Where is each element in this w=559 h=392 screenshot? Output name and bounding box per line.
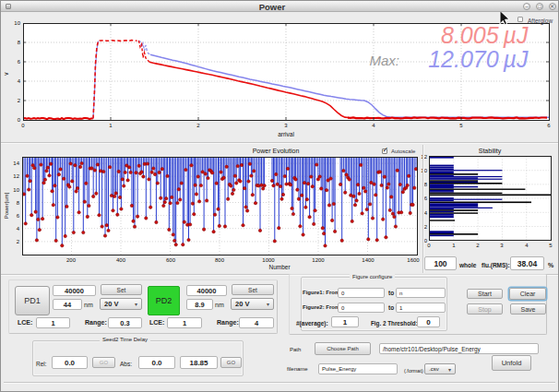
- svg-text:8: 8: [18, 40, 21, 45]
- svg-text:200: 200: [66, 257, 77, 263]
- svg-text:600: 600: [166, 257, 176, 263]
- svg-text:6: 6: [18, 59, 21, 65]
- svg-text:4: 4: [372, 123, 375, 128]
- svg-text:3: 3: [284, 123, 288, 128]
- svg-text:2: 2: [18, 98, 21, 103]
- svg-text:5: 5: [549, 243, 553, 248]
- svg-text:1600: 1600: [407, 257, 420, 263]
- svg-text:0: 0: [21, 123, 25, 128]
- svg-text:Power Evolution: Power Evolution: [253, 148, 300, 154]
- svg-text:0: 0: [427, 243, 431, 248]
- svg-text:12: 12: [13, 173, 19, 179]
- svg-text:2: 2: [17, 239, 20, 244]
- svg-text:8: 8: [424, 182, 428, 187]
- svg-text:10: 10: [13, 187, 19, 193]
- svg-text:Stability: Stability: [479, 148, 502, 155]
- svg-text:arrival: arrival: [278, 131, 294, 137]
- svg-text:Number: Number: [268, 264, 291, 270]
- svg-text:400: 400: [116, 257, 126, 263]
- svg-text:1000: 1000: [262, 257, 275, 263]
- svg-text:4: 4: [18, 78, 21, 84]
- svg-text:Max:: Max:: [369, 53, 399, 68]
- svg-text:10: 10: [14, 20, 20, 26]
- svg-text:6: 6: [17, 213, 20, 219]
- svg-text:4: 4: [17, 226, 20, 232]
- svg-text:8.005 µJ: 8.005 µJ: [441, 22, 529, 48]
- svg-text:2: 2: [476, 243, 480, 248]
- svg-text:5: 5: [459, 123, 463, 128]
- svg-text:Power[um]: Power[um]: [4, 192, 9, 219]
- svg-text:2: 2: [196, 123, 200, 128]
- svg-text:12.070 µJ: 12.070 µJ: [428, 46, 529, 72]
- svg-text:1400: 1400: [362, 257, 375, 263]
- svg-text:v: v: [3, 72, 9, 76]
- svg-text:4: 4: [424, 210, 428, 216]
- svg-text:6: 6: [547, 123, 551, 128]
- svg-text:1200: 1200: [312, 257, 325, 263]
- svg-text:2: 2: [424, 224, 428, 230]
- svg-text:1: 1: [109, 123, 113, 128]
- svg-text:6: 6: [424, 196, 428, 201]
- svg-text:8: 8: [17, 200, 20, 206]
- svg-text:14: 14: [13, 160, 19, 166]
- svg-text:0: 0: [18, 117, 21, 123]
- svg-text:800: 800: [215, 257, 225, 263]
- svg-text:1: 1: [452, 243, 456, 248]
- svg-text:4: 4: [525, 243, 529, 248]
- svg-text:3: 3: [500, 243, 504, 248]
